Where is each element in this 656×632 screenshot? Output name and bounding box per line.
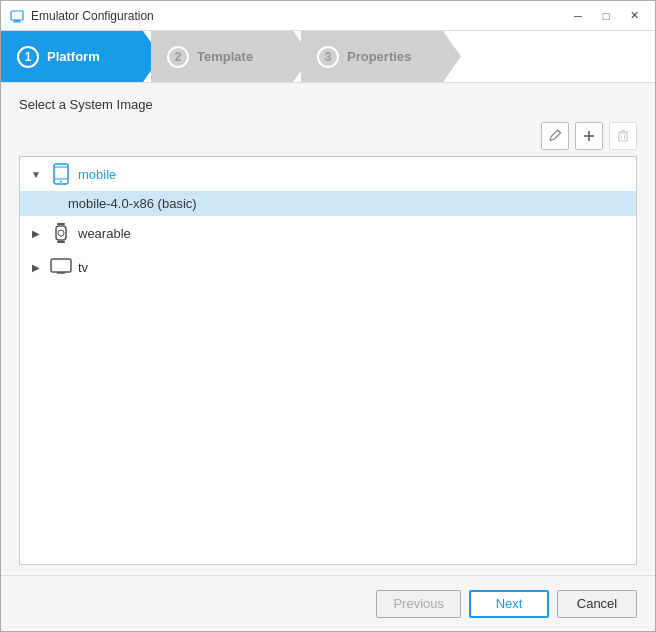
expand-arrow-tv: ▶ [28,259,44,275]
mobile-label: mobile [78,167,116,182]
tree-item-mobile[interactable]: ▼ mobile [20,157,636,191]
titlebar: Emulator Configuration ─ □ ✕ [1,1,655,31]
tree-item-wearable[interactable]: ▶ wearable [20,216,636,250]
footer: Previous Next Cancel [1,575,655,631]
close-button[interactable]: ✕ [621,5,647,27]
wearable-label: wearable [78,226,131,241]
collapse-arrow-mobile: ▼ [28,166,44,182]
step-properties-label: Properties [347,49,411,64]
step-template-label: Template [197,49,253,64]
mobile-icon [50,163,72,185]
toolbar [19,122,637,150]
section-title: Select a System Image [19,97,637,112]
next-button[interactable]: Next [469,590,549,618]
add-button[interactable] [575,122,603,150]
window-title: Emulator Configuration [31,9,565,23]
step-platform[interactable]: 1 Platform [1,31,161,82]
tv-label: tv [78,260,88,275]
previous-button[interactable]: Previous [376,590,461,618]
svg-rect-2 [13,21,21,22]
minimize-button[interactable]: ─ [565,5,591,27]
step-properties[interactable]: 3 Properties [301,31,461,82]
steps-bar: 1 Platform 2 Template 3 Properties [1,31,655,83]
edit-button[interactable] [541,122,569,150]
cancel-button[interactable]: Cancel [557,590,637,618]
step-platform-label: Platform [47,49,100,64]
trash-icon [616,129,630,143]
emulator-config-window: Emulator Configuration ─ □ ✕ 1 Platform … [0,0,656,632]
delete-button[interactable] [609,122,637,150]
mobile-basic-label: mobile-4.0-x86 (basic) [68,196,197,211]
app-icon [9,8,25,24]
watch-icon [50,222,72,244]
plus-icon [582,129,596,143]
pencil-icon [548,129,562,143]
window-controls: ─ □ ✕ [565,5,647,27]
main-content: Select a System Image [1,83,655,575]
svg-rect-1 [14,20,20,22]
step-platform-num: 1 [17,46,39,68]
svg-rect-18 [51,259,71,272]
step-template[interactable]: 2 Template [151,31,311,82]
tv-icon [50,256,72,278]
svg-point-11 [60,181,62,183]
step-template-num: 2 [167,46,189,68]
svg-rect-0 [11,11,23,20]
svg-point-15 [58,230,64,236]
tree-item-tv[interactable]: ▶ tv [20,250,636,284]
svg-rect-5 [619,133,627,141]
expand-arrow-wearable: ▶ [28,225,44,241]
step-properties-num: 3 [317,46,339,68]
tree-container: ▼ mobile mobile-4.0-x86 (basic) ▶ [19,156,637,565]
maximize-button[interactable]: □ [593,5,619,27]
tree-subitem-mobile-basic[interactable]: mobile-4.0-x86 (basic) [20,191,636,216]
